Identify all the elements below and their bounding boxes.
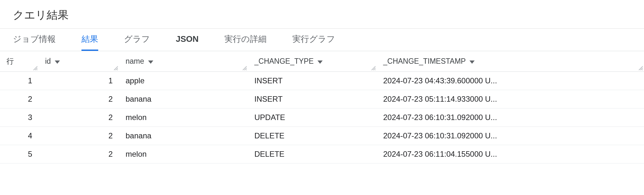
resize-handle-icon[interactable]: [242, 66, 247, 71]
resize-handle-icon[interactable]: [113, 66, 118, 71]
cell-row: 1: [0, 72, 39, 90]
cell-id: 1: [39, 72, 119, 90]
cell-name: apple: [119, 72, 248, 90]
cell-row: 2: [0, 90, 39, 108]
cell-change-type: DELETE: [248, 145, 377, 163]
cell-change-timestamp: 2024-07-23 06:10:31.092000 U...: [377, 108, 644, 127]
cell-change-type: DELETE: [248, 127, 377, 145]
tab-exec-details[interactable]: 実行の詳細: [224, 29, 267, 51]
cell-change-timestamp: 2024-07-23 06:11:04.155000 U...: [377, 145, 644, 163]
caret-down-icon: [148, 57, 153, 66]
cell-change-type: INSERT: [248, 90, 377, 108]
tab-label: 結果: [81, 33, 98, 45]
cell-id: 2: [39, 145, 119, 163]
tab-label: JSON: [176, 34, 199, 44]
resize-handle-icon[interactable]: [371, 66, 376, 71]
table-row[interactable]: 3 2 melon UPDATE 2024-07-23 06:10:31.092…: [0, 108, 644, 127]
caret-down-icon: [55, 57, 60, 66]
tab-chart[interactable]: グラフ: [124, 29, 150, 51]
table-row[interactable]: 4 2 banana DELETE 2024-07-23 06:10:31.09…: [0, 127, 644, 145]
cell-change-timestamp: 2024-07-23 05:11:14.933000 U...: [377, 90, 644, 108]
caret-down-icon: [317, 57, 323, 66]
column-label: _CHANGE_TYPE: [254, 57, 314, 66]
caret-down-icon: [469, 57, 475, 66]
cell-id: 2: [39, 127, 119, 145]
tabs-bar: ジョブ情報 結果 グラフ JSON 実行の詳細 実行グラフ: [0, 29, 644, 51]
cell-row: 5: [0, 145, 39, 163]
cell-name: melon: [119, 108, 248, 127]
cell-change-type: INSERT: [248, 72, 377, 90]
cell-change-timestamp: 2024-07-23 04:43:39.600000 U...: [377, 72, 644, 90]
cell-name: banana: [119, 127, 248, 145]
page-title: クエリ結果: [13, 8, 631, 23]
cell-id: 2: [39, 90, 119, 108]
table-row[interactable]: 2 2 banana INSERT 2024-07-23 05:11:14.93…: [0, 90, 644, 108]
cell-change-timestamp: 2024-07-23 06:10:31.092000 U...: [377, 127, 644, 145]
column-label: _CHANGE_TIMESTAMP: [383, 57, 466, 66]
column-header-change-type[interactable]: _CHANGE_TYPE: [248, 51, 377, 72]
column-header-change-timestamp[interactable]: _CHANGE_TIMESTAMP: [377, 51, 644, 72]
table-row[interactable]: 5 2 melon DELETE 2024-07-23 06:11:04.155…: [0, 145, 644, 163]
resize-handle-icon[interactable]: [33, 66, 38, 71]
cell-row: 3: [0, 108, 39, 127]
column-header-row[interactable]: 行: [0, 51, 39, 72]
cell-id: 2: [39, 108, 119, 127]
cell-row: 4: [0, 127, 39, 145]
tab-label: 実行グラフ: [292, 33, 335, 45]
table-header-row: 行 id: [0, 51, 644, 72]
results-table: 行 id: [0, 51, 644, 163]
cell-name: melon: [119, 145, 248, 163]
cell-change-type: UPDATE: [248, 108, 377, 127]
tab-label: 実行の詳細: [224, 33, 267, 45]
results-header: クエリ結果: [0, 0, 644, 29]
column-header-name[interactable]: name: [119, 51, 248, 72]
column-label: 行: [6, 56, 14, 66]
column-header-id[interactable]: id: [39, 51, 119, 72]
table-row[interactable]: 1 1 apple INSERT 2024-07-23 04:43:39.600…: [0, 72, 644, 90]
tab-label: グラフ: [124, 33, 150, 45]
cell-name: banana: [119, 90, 248, 108]
tab-label: ジョブ情報: [13, 33, 56, 45]
tab-job-info[interactable]: ジョブ情報: [13, 29, 56, 51]
tab-exec-graph[interactable]: 実行グラフ: [292, 29, 335, 51]
resize-handle-icon[interactable]: [638, 66, 643, 71]
tab-results[interactable]: 結果: [81, 29, 98, 51]
tab-json[interactable]: JSON: [176, 29, 199, 51]
column-label: name: [126, 57, 144, 66]
column-label: id: [45, 57, 51, 66]
